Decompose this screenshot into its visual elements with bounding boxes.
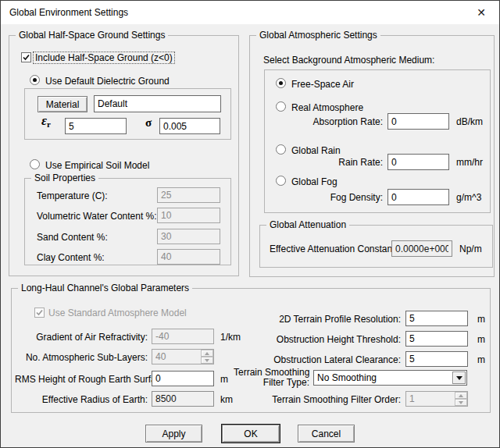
global-rain-radio[interactable] bbox=[276, 144, 286, 155]
fog-density-unit: g/m^3 bbox=[456, 192, 481, 203]
filter-type-label-line1: Terrain Smoothing bbox=[234, 367, 309, 378]
window-title: Global Environment Settings bbox=[9, 7, 128, 18]
filter-type-dropdown[interactable]: No Smoothing bbox=[313, 370, 467, 386]
soil-row-label: Volumetric Water Content %: bbox=[37, 211, 157, 222]
include-halfspace-label[interactable]: Include Half-Space Ground (z<0) bbox=[34, 52, 174, 63]
fog-density-label: Fog Density: bbox=[266, 192, 383, 203]
earth-radius-label: Effective Radius of Earth: bbox=[15, 394, 148, 405]
epsilon-label: εr bbox=[41, 116, 51, 130]
soil-row-label: Temperature (C): bbox=[37, 190, 108, 201]
atmospheric-settings-title: Global Atmospheric Settings bbox=[256, 30, 380, 41]
obstruction-height-unit: m bbox=[477, 334, 485, 345]
material-input[interactable] bbox=[94, 95, 221, 112]
global-fog-label: Global Fog bbox=[291, 176, 338, 187]
dropdown-arrow-icon[interactable] bbox=[452, 372, 466, 384]
title-bar: Global Environment Settings ✕ bbox=[1, 1, 499, 24]
terrain-resolution-label: 2D Terrain Profile Resolution: bbox=[259, 314, 401, 325]
rain-rate-label: Rain Rate: bbox=[266, 157, 383, 168]
sublayers-spinner bbox=[201, 350, 213, 364]
standard-atmosphere-label: Use Standard Atmosphere Model bbox=[48, 308, 187, 318]
sublayers-label: No. Atmospheric Sub-Layers: bbox=[15, 352, 148, 363]
standard-atmosphere-checkbox bbox=[34, 308, 45, 318]
soil-row-label: Sand Content %: bbox=[37, 232, 108, 243]
spin-up-icon bbox=[201, 350, 213, 357]
global-fog-radio[interactable] bbox=[276, 176, 286, 186]
rms-height-input[interactable] bbox=[152, 371, 214, 386]
sand-content-input bbox=[157, 229, 220, 244]
soil-row-label: Clay Content %: bbox=[37, 252, 105, 263]
sigma-input[interactable] bbox=[159, 118, 220, 134]
cancel-button[interactable]: Cancel bbox=[298, 425, 355, 443]
temperature-input bbox=[157, 187, 220, 203]
absorption-rate-label: Absorption Rate: bbox=[266, 116, 383, 127]
absorption-rate-unit: dB/km bbox=[456, 116, 483, 127]
obstruction-height-label: Obstruction Height Threshold: bbox=[259, 334, 401, 345]
absorption-rate-input[interactable] bbox=[388, 113, 449, 130]
attenuation-constant-label: Effective Attenuation Constant: bbox=[270, 244, 398, 254]
spin-down-icon bbox=[455, 399, 467, 406]
water-content-input bbox=[157, 208, 220, 223]
refractivity-label: Gradient of Air Refractivity: bbox=[15, 332, 148, 343]
filter-type-value: No Smoothing bbox=[317, 372, 377, 383]
obstruction-lateral-input[interactable] bbox=[405, 351, 468, 367]
spin-up-icon bbox=[455, 392, 467, 399]
free-space-air-label: Free-Space Air bbox=[291, 79, 354, 90]
empirical-soil-radio[interactable] bbox=[30, 159, 40, 169]
material-button[interactable]: Material bbox=[38, 96, 88, 112]
ok-button[interactable]: OK bbox=[222, 425, 280, 443]
sigma-label: σ bbox=[145, 117, 152, 128]
empirical-soil-label: Use Empirical Soil Model bbox=[45, 160, 149, 171]
clay-content-input bbox=[157, 249, 220, 265]
check-icon bbox=[36, 309, 43, 316]
rain-rate-input[interactable] bbox=[388, 154, 449, 170]
select-medium-label: Select Background Atmospheric Medium: bbox=[263, 55, 434, 66]
include-halfspace-checkbox[interactable] bbox=[21, 52, 31, 62]
filter-order-label: Terrain Smoothing Filter Order: bbox=[259, 394, 401, 405]
default-dielectric-radio[interactable] bbox=[30, 75, 40, 85]
close-icon[interactable]: ✕ bbox=[465, 2, 498, 23]
rain-rate-unit: mm/hr bbox=[456, 157, 483, 168]
refractivity-input bbox=[152, 329, 214, 344]
earth-radius-input bbox=[152, 391, 214, 407]
real-atmosphere-radio[interactable] bbox=[276, 101, 286, 112]
attenuation-constant-unit: Np/m bbox=[459, 244, 482, 254]
refractivity-unit: 1/km bbox=[220, 332, 241, 343]
fog-density-input[interactable] bbox=[388, 189, 449, 205]
apply-button[interactable]: Apply bbox=[145, 425, 202, 443]
dialog-window: Global Environment Settings ✕ Global Hal… bbox=[0, 0, 500, 448]
filter-order-spinner bbox=[455, 392, 467, 406]
soil-properties-title: Soil Properties bbox=[31, 172, 98, 183]
obstruction-height-input[interactable] bbox=[405, 331, 468, 347]
global-attenuation-title: Global Attenuation bbox=[266, 219, 349, 230]
obstruction-lateral-label: Obstruction Lateral Clearance: bbox=[259, 354, 401, 365]
longhaul-title: Long-Haul Channel's Global Parameters bbox=[18, 283, 192, 293]
check-icon bbox=[23, 54, 30, 61]
filter-type-label-line2: Filter Type: bbox=[234, 377, 309, 388]
ground-settings-group-title: Global Half-Space Ground Settings bbox=[16, 30, 168, 41]
real-atmosphere-label: Real Atmosphere bbox=[291, 102, 363, 113]
attenuation-constant-input bbox=[391, 240, 452, 257]
default-dielectric-label: Use Default Dielectric Ground bbox=[45, 76, 170, 87]
earth-radius-unit: km bbox=[220, 394, 233, 405]
epsilon-input[interactable] bbox=[65, 118, 127, 134]
free-space-air-radio[interactable] bbox=[276, 78, 286, 88]
rms-height-label: RMS Height of Rough Earth Surface: bbox=[15, 374, 148, 385]
terrain-resolution-input[interactable] bbox=[405, 311, 468, 326]
global-rain-label: Global Rain bbox=[291, 145, 341, 156]
obstruction-lateral-unit: m bbox=[477, 354, 485, 365]
terrain-resolution-unit: m bbox=[477, 314, 485, 325]
spin-down-icon bbox=[201, 357, 213, 364]
rms-height-unit: m bbox=[220, 374, 228, 385]
